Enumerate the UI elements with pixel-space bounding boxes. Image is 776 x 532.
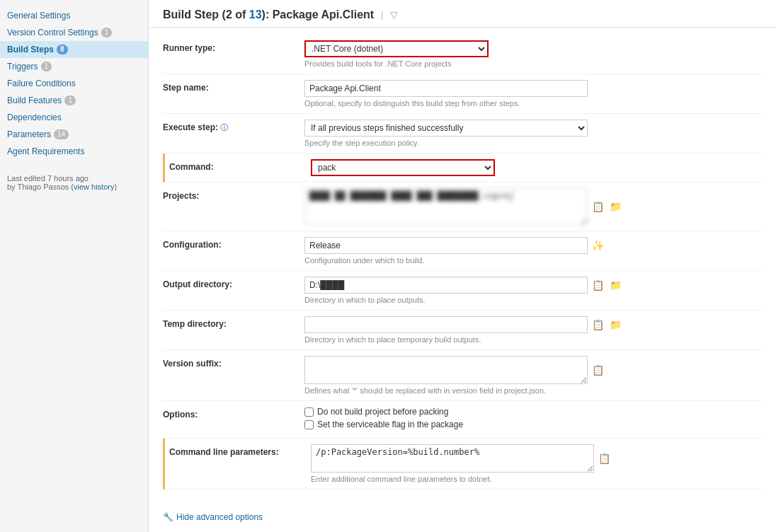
- projects-copy-icon[interactable]: 📋: [590, 200, 605, 214]
- command-line-params-control: 📋 Enter additional command line paramete…: [311, 444, 762, 483]
- output-dir-browse-icon[interactable]: 📁: [608, 278, 623, 292]
- by-label: by: [7, 183, 16, 191]
- sidebar-badge: 1: [101, 28, 113, 37]
- command-select[interactable]: pack: [311, 159, 495, 176]
- projects-label: Projects:: [163, 188, 304, 201]
- form-area: Runner type: .NET Core (dotnet) Provides…: [149, 28, 776, 504]
- sidebar-item-label: Failure Conditions: [7, 79, 76, 88]
- view-history-link[interactable]: view history: [74, 183, 114, 191]
- configuration-label: Configuration:: [163, 237, 304, 250]
- sidebar-item-label: Version Control Settings: [7, 28, 98, 37]
- configuration-row: Configuration: Release ✨ Configuration u…: [163, 231, 762, 271]
- projects-textarea[interactable]: [304, 188, 588, 225]
- favorite-icon[interactable]: ▽: [390, 9, 398, 21]
- step-name-input[interactable]: Package Api.Client: [304, 80, 588, 97]
- version-suffix-textarea[interactable]: [304, 356, 588, 384]
- temp-directory-row: Temp directory: 📋 📁 Directory in which t…: [163, 311, 762, 350]
- sidebar-item-label: General Settings: [7, 11, 70, 21]
- option2-label: Set the serviceable flag in the package: [317, 420, 463, 429]
- output-directory-control: D:\████ 📋 📁 Directory in which to place …: [304, 277, 762, 304]
- runner-type-control: .NET Core (dotnet) Provides build tools …: [304, 40, 762, 68]
- version-suffix-hint: Defines what '*' should be replaced with…: [304, 386, 762, 395]
- page-header: Build Step (2 of 13): Package Api.Client…: [149, 0, 776, 28]
- sidebar-badge: 14: [54, 129, 69, 139]
- author: Thiago Passos: [17, 183, 69, 191]
- projects-row: Projects: 📋 📁: [163, 183, 762, 231]
- command-line-params-textarea[interactable]: [311, 444, 594, 473]
- output-directory-hint: Directory in which to place outputs.: [304, 296, 762, 304]
- options-control: Do not build project before packing Set …: [304, 407, 762, 432]
- total-steps-link[interactable]: 13: [249, 8, 262, 21]
- sidebar-item-general-settings[interactable]: General Settings: [0, 7, 148, 24]
- step-name-control: Package Api.Client Optional, specify to …: [304, 80, 762, 108]
- options-label: Options:: [163, 407, 304, 420]
- output-dir-copy-icon[interactable]: 📋: [590, 278, 605, 292]
- sidebar-item-label: Dependencies: [7, 112, 62, 122]
- output-directory-label: Output directory:: [163, 277, 304, 289]
- temp-dir-copy-icon[interactable]: 📋: [590, 318, 605, 332]
- execute-step-label: Execute step: ⓘ: [163, 120, 304, 133]
- sidebar-item-label: Build Steps: [7, 45, 54, 54]
- sidebar-item-build-features[interactable]: Build Features1: [0, 92, 148, 109]
- configuration-input[interactable]: Release: [304, 237, 588, 254]
- runner-type-select[interactable]: .NET Core (dotnet): [304, 40, 489, 57]
- sidebar-item-parameters[interactable]: Parameters14: [0, 126, 148, 143]
- wrench-icon: 🔧: [163, 512, 173, 522]
- version-suffix-copy-icon[interactable]: 📋: [590, 363, 605, 377]
- execute-step-control: If all previous steps finished successfu…: [304, 120, 762, 147]
- temp-directory-hint: Directory in which to place temporary bu…: [304, 335, 762, 344]
- option1-checkbox[interactable]: [304, 407, 314, 417]
- version-suffix-control: 📋 Defines what '*' should be replaced wi…: [304, 356, 762, 395]
- sidebar-badge: 8: [57, 45, 68, 54]
- command-row: Command: pack: [163, 154, 762, 183]
- version-suffix-row: Version suffix: 📋 Defines what '*' shoul…: [163, 350, 762, 401]
- sidebar-footer: Last edited 7 hours ago by Thiago Passos…: [0, 167, 148, 198]
- runner-type-row: Runner type: .NET Core (dotnet) Provides…: [163, 35, 762, 74]
- output-directory-input[interactable]: D:\████: [304, 277, 588, 294]
- sidebar-item-build-steps[interactable]: Build Steps8: [0, 41, 148, 58]
- sidebar-badge: 1: [64, 96, 76, 105]
- command-line-params-label: Command line parameters:: [169, 444, 311, 457]
- temp-directory-input[interactable]: [304, 316, 588, 333]
- runner-type-hint: Provides build tools for .NET Core proje…: [304, 59, 762, 68]
- bottom-controls: 🔧 Hide advanced options: [149, 504, 776, 531]
- page-title: Build Step (2 of 13): Package Api.Client: [163, 8, 374, 21]
- hide-advanced-label: Hide advanced options: [176, 512, 263, 522]
- options-row: Options: Do not build project before pac…: [163, 401, 762, 439]
- sidebar-item-version-control-settings[interactable]: Version Control Settings1: [0, 24, 148, 41]
- step-name-row: Step name: Package Api.Client Optional, …: [163, 74, 762, 114]
- command-line-params-row: Command line parameters: 📋 Enter additio…: [163, 439, 762, 490]
- temp-dir-browse-icon[interactable]: 📁: [608, 318, 623, 332]
- execute-step-row: Execute step: ⓘ If all previous steps fi…: [163, 114, 762, 154]
- projects-control: 📋 📁: [304, 188, 762, 225]
- command-control: pack: [311, 159, 762, 176]
- configuration-magic-icon[interactable]: ✨: [590, 238, 605, 253]
- hide-advanced-link[interactable]: 🔧 Hide advanced options: [163, 512, 263, 522]
- sidebar-item-triggers[interactable]: Triggers1: [0, 58, 148, 75]
- sidebar-item-dependencies[interactable]: Dependencies: [0, 109, 148, 126]
- execute-step-hint: Specify the step execution policy.: [304, 139, 762, 147]
- main-content: Build Step (2 of 13): Package Api.Client…: [149, 0, 776, 532]
- configuration-hint: Configuration under which to build.: [304, 256, 762, 265]
- version-suffix-label: Version suffix:: [163, 356, 304, 369]
- option1-label: Do not build project before packing: [317, 407, 448, 417]
- sidebar-item-failure-conditions[interactable]: Failure Conditions: [0, 75, 148, 92]
- option2-row: Set the serviceable flag in the package: [304, 420, 762, 429]
- step-name-hint: Optional, specify to distinguish this bu…: [304, 99, 762, 108]
- runner-type-label: Runner type:: [163, 40, 304, 53]
- sidebar-item-agent-requirements[interactable]: Agent Requirements: [0, 143, 148, 160]
- command-line-params-hint: Enter additional command line parameters…: [311, 475, 762, 483]
- execute-step-select[interactable]: If all previous steps finished successfu…: [304, 120, 588, 137]
- sidebar-badge: 1: [41, 62, 52, 71]
- page-title-suffix: ): Package Api.Client: [262, 8, 375, 21]
- projects-browse-icon[interactable]: 📁: [608, 200, 623, 214]
- time-ago: 7 hours ago: [47, 174, 89, 183]
- execute-step-help-icon[interactable]: ⓘ: [220, 123, 228, 132]
- cmd-params-copy-icon[interactable]: 📋: [597, 451, 612, 466]
- temp-directory-label: Temp directory:: [163, 316, 304, 329]
- page-title-text: Build Step (2 of: [163, 8, 249, 21]
- option2-checkbox[interactable]: [304, 420, 314, 429]
- last-edited-label: Last edited: [7, 174, 45, 183]
- sidebar-item-label: Build Features: [7, 96, 62, 105]
- configuration-control: Release ✨ Configuration under which to b…: [304, 237, 762, 265]
